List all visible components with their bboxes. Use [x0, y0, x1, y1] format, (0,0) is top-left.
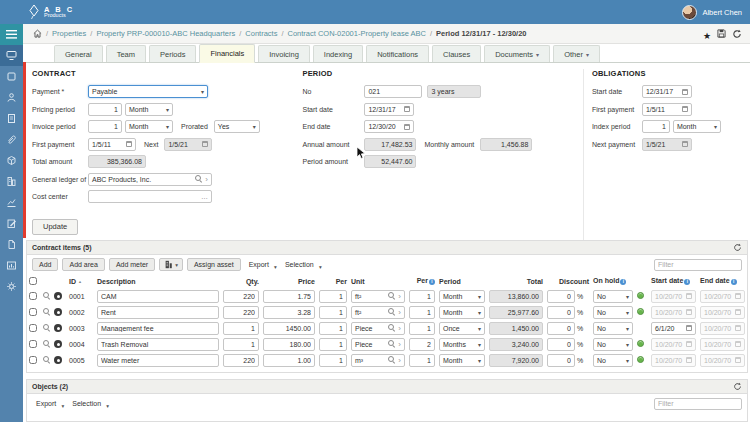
- per-input[interactable]: [319, 322, 347, 335]
- unit-lookup[interactable]: ft²: [351, 290, 405, 303]
- breadcrumb-link-property[interactable]: Property PRP-000010-ABC Headquarters: [96, 29, 235, 38]
- calendar-icon[interactable]: [126, 141, 132, 147]
- sidebar-item-personnel[interactable]: [0, 87, 23, 108]
- info-icon[interactable]: [731, 279, 737, 285]
- calendar-icon[interactable]: [735, 357, 741, 363]
- on-hold-select[interactable]: No: [593, 322, 633, 335]
- breadcrumb-link-properties[interactable]: Properties: [52, 29, 86, 38]
- per-input[interactable]: [319, 306, 347, 319]
- period-select[interactable]: Month: [439, 290, 485, 303]
- on-hold-select[interactable]: No: [593, 306, 633, 319]
- col-total[interactable]: Total: [487, 274, 545, 288]
- items-filter-input[interactable]: [654, 259, 742, 271]
- period-start-date[interactable]: 12/31/17: [364, 103, 414, 116]
- zoom-icon[interactable]: [43, 356, 51, 364]
- search-icon[interactable]: [388, 356, 396, 364]
- export-menu-button[interactable]: Export: [245, 261, 277, 268]
- end-date-field[interactable]: 10/20/70: [700, 290, 745, 303]
- first-payment-date[interactable]: 1/5/11: [88, 138, 136, 151]
- general-ledger-lookup[interactable]: ABC Products, Inc.: [88, 173, 212, 186]
- sidebar-item-analytics[interactable]: [0, 192, 23, 213]
- row-checkbox[interactable]: [29, 324, 37, 332]
- breadcrumb-link-contract[interactable]: Contract CON-02001-Property lease ABC: [288, 29, 426, 38]
- on-hold-select[interactable]: No: [593, 354, 633, 367]
- open-record-icon[interactable]: [54, 324, 62, 332]
- obligations-first-payment-date[interactable]: 1/5/11: [642, 103, 692, 116]
- pricing-period-input[interactable]: [88, 103, 122, 116]
- invoice-period-input[interactable]: [88, 120, 122, 133]
- start-date-field[interactable]: 10/20/70: [651, 338, 696, 351]
- end-date-field[interactable]: 10/20/70: [700, 338, 745, 351]
- select-all-checkbox[interactable]: [29, 277, 37, 285]
- add-area-button[interactable]: Add area: [62, 258, 104, 271]
- zoom-icon[interactable]: [43, 292, 51, 300]
- col-id[interactable]: ID: [69, 278, 82, 285]
- user-menu[interactable]: Albert Chen: [682, 5, 742, 20]
- refresh-button[interactable]: [733, 243, 742, 252]
- col-on-hold[interactable]: On hold: [593, 277, 619, 284]
- update-button[interactable]: Update: [32, 219, 78, 235]
- obligations-start-date[interactable]: 12/31/17: [642, 85, 692, 98]
- open-record-icon[interactable]: [54, 340, 62, 348]
- period-select[interactable]: Once: [439, 322, 485, 335]
- sidebar-item-settings[interactable]: [0, 276, 23, 297]
- unit-lookup[interactable]: ft²: [351, 306, 405, 319]
- sidebar-item-assets[interactable]: [0, 150, 23, 171]
- period-select[interactable]: Month: [439, 354, 485, 367]
- sidebar-item-properties[interactable]: [0, 171, 23, 192]
- info-icon[interactable]: [684, 279, 690, 285]
- chevron-right-icon[interactable]: [398, 292, 401, 301]
- calendar-icon[interactable]: [686, 293, 692, 299]
- period-no-input[interactable]: [364, 85, 422, 98]
- calendar-icon[interactable]: [735, 309, 741, 315]
- qty-input[interactable]: [223, 322, 259, 335]
- save-icon[interactable]: [717, 29, 726, 38]
- per2-input[interactable]: [409, 322, 435, 335]
- qty-input[interactable]: [223, 306, 259, 319]
- end-date-field[interactable]: 10/20/70: [700, 354, 745, 367]
- calendar-icon[interactable]: [686, 341, 692, 347]
- chevron-right-icon[interactable]: [205, 175, 208, 184]
- sidebar-item-workspace[interactable]: [0, 45, 23, 66]
- row-checkbox[interactable]: [29, 292, 37, 300]
- index-period-input[interactable]: [642, 120, 670, 133]
- description-input[interactable]: [97, 290, 219, 303]
- tab-financials[interactable]: Financials: [199, 44, 255, 63]
- index-period-unit-select[interactable]: Month: [673, 120, 721, 133]
- description-input[interactable]: [97, 322, 219, 335]
- col-per1[interactable]: Per: [317, 274, 349, 288]
- tab-documents[interactable]: Documents: [484, 45, 550, 62]
- calendar-icon[interactable]: [735, 293, 741, 299]
- per2-input[interactable]: [409, 338, 435, 351]
- cost-center-field[interactable]: [88, 190, 212, 203]
- calendar-icon[interactable]: [735, 325, 741, 331]
- per2-input[interactable]: [409, 290, 435, 303]
- discount-input[interactable]: [547, 306, 575, 319]
- end-date-field[interactable]: 10/20/70: [700, 322, 745, 335]
- zoom-icon[interactable]: [43, 340, 51, 348]
- calendar-icon[interactable]: [682, 89, 688, 95]
- refresh-icon[interactable]: [732, 29, 742, 39]
- prorated-select[interactable]: Yes: [214, 120, 260, 133]
- assign-asset-button[interactable]: Assign asset: [187, 258, 241, 271]
- tab-periods[interactable]: Periods: [149, 45, 196, 62]
- start-date-field[interactable]: 10/20/70: [651, 306, 696, 319]
- end-date-field[interactable]: 10/20/70: [700, 306, 745, 319]
- start-date-field[interactable]: 10/20/70: [651, 354, 696, 367]
- per-input[interactable]: [319, 354, 347, 367]
- calendar-icon[interactable]: [735, 341, 741, 347]
- user-avatar[interactable]: [682, 5, 697, 20]
- chevron-right-icon[interactable]: [398, 324, 401, 333]
- sidebar-item-files[interactable]: [0, 234, 23, 255]
- col-per2[interactable]: Per: [417, 277, 428, 284]
- menu-toggle-button[interactable]: [0, 24, 23, 45]
- pricing-period-unit-select[interactable]: Month: [125, 103, 173, 116]
- description-input[interactable]: [97, 354, 219, 367]
- unit-lookup[interactable]: Piece: [351, 322, 405, 335]
- home-icon[interactable]: [33, 29, 42, 38]
- calendar-icon[interactable]: [686, 357, 692, 363]
- breadcrumb-link-contracts[interactable]: Contracts: [245, 29, 277, 38]
- col-unit[interactable]: Unit: [349, 274, 407, 288]
- sidebar-item-edit-forms[interactable]: [0, 213, 23, 234]
- invoice-period-unit-select[interactable]: Month: [125, 120, 173, 133]
